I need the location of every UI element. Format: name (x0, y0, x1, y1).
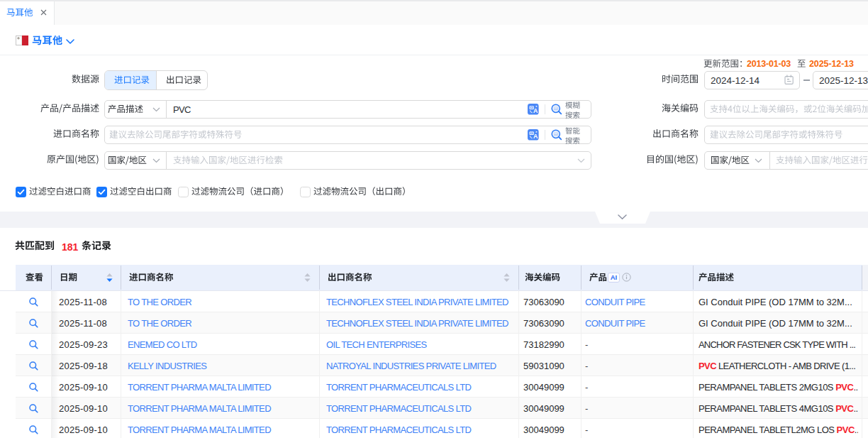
svg-text:A: A (533, 107, 538, 114)
svg-text:A: A (533, 133, 538, 140)
